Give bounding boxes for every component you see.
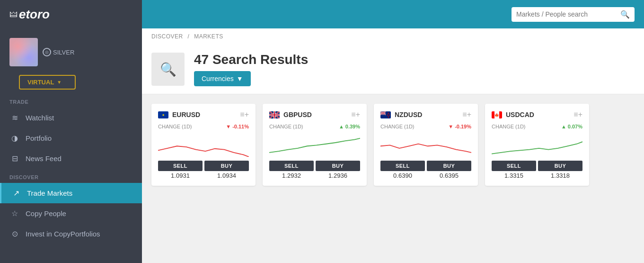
mini-chart	[492, 133, 582, 157]
card-header: 🍁 USDCAD ≡+	[492, 110, 582, 119]
change-value: ▼ -0.11%	[226, 124, 249, 129]
trade-row: SELL BUY	[158, 161, 249, 171]
buy-button[interactable]: BUY	[316, 161, 360, 171]
change-value: ▲ 0.07%	[561, 124, 582, 129]
discover-section-label: DISCOVER	[0, 169, 142, 183]
svg-text:★: ★	[162, 113, 165, 117]
svg-rect-20	[380, 113, 386, 113]
change-row: CHANGE (1D) ▼ -0.11%	[158, 124, 249, 129]
buy-button[interactable]: BUY	[427, 161, 471, 171]
sidebar-item-news-feed-label: News Feed	[26, 154, 62, 163]
sidebar-item-copy-people[interactable]: ☆ Copy People	[0, 203, 142, 224]
pair-name: USDCAD	[506, 111, 534, 118]
sidebar-item-trade-markets[interactable]: ↗ Trade Markets	[0, 183, 142, 203]
card-menu-icon[interactable]: ≡+	[240, 110, 249, 119]
trade-row: SELL BUY	[492, 161, 582, 171]
flag-icon	[380, 111, 391, 118]
portfolio-icon: ◑	[9, 134, 20, 143]
avatar-image	[9, 38, 38, 66]
pair-name: EURUSD	[172, 111, 200, 118]
breadcrumb-separator: /	[188, 33, 192, 40]
sell-price: 1.2932	[269, 172, 314, 179]
user-section: ◎ SILVER	[0, 33, 142, 71]
card-menu-icon[interactable]: ≡+	[351, 110, 360, 119]
main-layout: ◎ SILVER VIRTUAL ▼ TRADE ≋ Watchlist ◑ P…	[0, 28, 644, 263]
buy-button[interactable]: BUY	[538, 161, 582, 171]
filter-dropdown-icon: ▼	[237, 75, 243, 82]
sidebar-item-watchlist-label: Watchlist	[26, 114, 54, 122]
sell-button[interactable]: SELL	[269, 161, 314, 171]
sidebar-item-copy-people-label: Copy People	[26, 209, 66, 218]
card-menu-icon[interactable]: ≡+	[573, 110, 582, 119]
change-label: CHANGE (1D)	[492, 124, 526, 129]
sidebar-item-copyportfolios[interactable]: ⊙ Invest in CopyPortfolios	[0, 224, 142, 244]
mini-chart	[269, 133, 360, 157]
search-results-icon: 🔍	[151, 53, 185, 86]
mini-chart	[158, 133, 249, 157]
search-input[interactable]	[516, 10, 620, 18]
change-number: 0.07%	[568, 124, 582, 129]
sell-price: 0.6390	[380, 172, 425, 179]
svg-rect-10	[269, 114, 280, 115]
change-number: -0.19%	[455, 124, 471, 129]
virtual-button[interactable]: VIRTUAL ▼	[19, 75, 76, 90]
tier-icon: ◎	[43, 48, 51, 56]
change-label: CHANGE (1D)	[380, 124, 415, 129]
flag-icon: 🍁	[492, 111, 502, 118]
svg-point-24	[388, 116, 389, 117]
logo-crown-icon: 🜲	[9, 9, 18, 19]
sell-button[interactable]: SELL	[492, 161, 536, 171]
change-arrow-icon: ▲	[561, 124, 566, 129]
search-box[interactable]: 🔍	[512, 7, 635, 22]
change-row: CHANGE (1D) ▲ 0.07%	[492, 124, 582, 129]
sidebar-item-portfolio-label: Portfolio	[26, 134, 52, 142]
header: 🜲 etoro 🔍	[0, 0, 644, 28]
card-pair: NZDUSD	[380, 111, 422, 118]
pair-name: NZDUSD	[395, 111, 422, 118]
buy-price: 1.3318	[538, 172, 582, 179]
sidebar-item-portfolio[interactable]: ◑ Portfolio	[0, 128, 142, 148]
svg-point-21	[388, 112, 389, 113]
buy-price: 1.2936	[316, 172, 360, 179]
price-row: 1.0931 1.0934	[158, 172, 249, 179]
card-header: NZDUSD ≡+	[380, 110, 471, 119]
sidebar-item-watchlist[interactable]: ≋ Watchlist	[0, 108, 142, 128]
svg-point-22	[389, 114, 390, 115]
tier-label: SILVER	[53, 49, 74, 56]
price-row: 1.2932 1.2936	[269, 172, 360, 179]
svg-text:🍁: 🍁	[494, 113, 499, 118]
change-row: CHANGE (1D) ▲ 0.39%	[269, 124, 360, 129]
copy-people-icon: ☆	[9, 209, 20, 218]
buy-price: 1.0934	[204, 172, 249, 179]
results-count: 47	[194, 52, 209, 67]
change-row: CHANGE (1D) ▼ -0.19%	[380, 124, 471, 129]
breadcrumb-discover: DISCOVER	[151, 33, 183, 40]
dropdown-arrow-icon: ▼	[57, 80, 62, 85]
tier-badge: ◎ SILVER	[43, 48, 74, 56]
sidebar-item-news-feed[interactable]: ⊟ News Feed	[0, 148, 142, 169]
trade-markets-icon: ↗	[11, 189, 21, 198]
buy-price: 0.6395	[427, 172, 471, 179]
watchlist-icon: ≋	[9, 113, 20, 122]
sell-button[interactable]: SELL	[380, 161, 425, 171]
currencies-filter-button[interactable]: Currencies ▼	[194, 71, 251, 86]
flag-icon	[269, 111, 280, 118]
change-arrow-icon: ▼	[448, 124, 453, 129]
market-card: NZDUSD ≡+ CHANGE (1D) ▼ -0.19% SELL BUY …	[374, 104, 478, 186]
sell-price: 1.3315	[492, 172, 536, 179]
change-value: ▼ -0.19%	[448, 124, 471, 129]
news-feed-icon: ⊟	[9, 154, 20, 163]
change-number: 0.39%	[345, 124, 360, 129]
card-menu-icon[interactable]: ≡+	[462, 110, 471, 119]
search-icon[interactable]: 🔍	[620, 10, 630, 19]
card-pair: GBPUSD	[269, 111, 312, 118]
card-pair: ★ EURUSD	[158, 111, 200, 118]
mini-chart	[380, 133, 471, 157]
main-content: DISCOVER / MARKETS 🔍 47 Search Results C…	[142, 28, 644, 263]
sell-button[interactable]: SELL	[158, 161, 203, 171]
buy-button[interactable]: BUY	[204, 161, 249, 171]
change-arrow-icon: ▼	[226, 124, 231, 129]
trade-row: SELL BUY	[269, 161, 360, 171]
market-card: ★ EURUSD ≡+ CHANGE (1D) ▼ -0.11% SELL BU…	[151, 104, 256, 186]
market-card: GBPUSD ≡+ CHANGE (1D) ▲ 0.39% SELL BUY 1…	[263, 104, 367, 186]
